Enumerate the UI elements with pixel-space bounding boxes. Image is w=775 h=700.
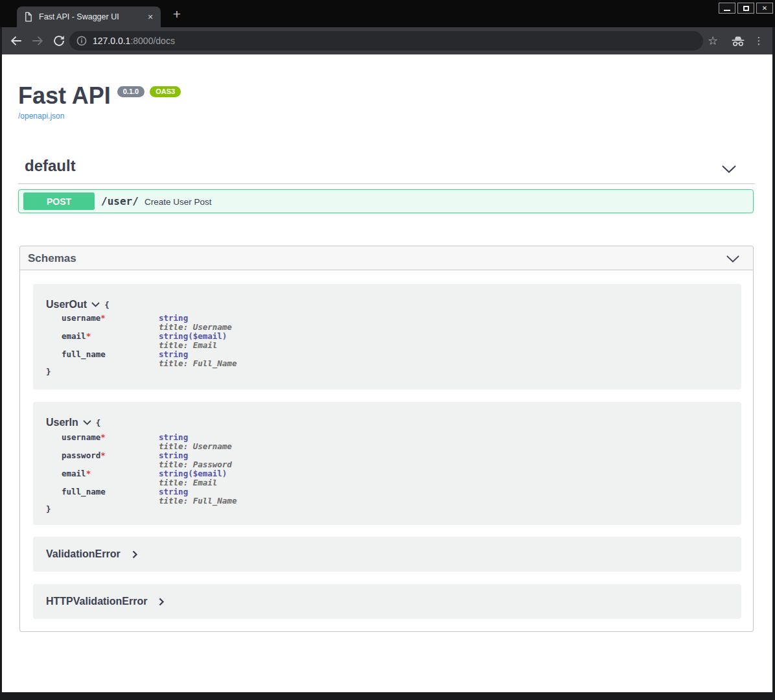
post-method-badge: POST bbox=[23, 192, 95, 210]
model-userin-toggle[interactable]: UserIn { bbox=[46, 417, 100, 428]
property-type: string($email) bbox=[159, 469, 227, 478]
tab-close-icon[interactable]: ✕ bbox=[145, 12, 156, 22]
bookmark-star-icon[interactable]: ☆ bbox=[706, 27, 720, 54]
back-icon[interactable] bbox=[9, 34, 23, 48]
open-brace: { bbox=[104, 300, 110, 310]
new-tab-button[interactable]: + bbox=[168, 6, 185, 23]
operation-summary: Create User Post bbox=[145, 190, 212, 214]
property-type: string bbox=[159, 432, 188, 442]
model-name: HTTPValidationError bbox=[46, 596, 147, 607]
browser-menu-icon[interactable]: ⋮ bbox=[754, 27, 764, 54]
chevron-down-icon bbox=[83, 420, 91, 425]
property-row: username* stringtitle: Username bbox=[62, 314, 237, 332]
property-name: full_name bbox=[62, 350, 159, 368]
property-name: password* bbox=[62, 451, 159, 469]
open-brace: { bbox=[96, 418, 101, 428]
close-brace: } bbox=[46, 504, 51, 514]
property-row: full_name stringtitle: Full_Name bbox=[62, 350, 237, 368]
property-title: title: Username bbox=[159, 322, 232, 332]
schemas-collapse-chevron-down-icon[interactable] bbox=[726, 255, 740, 263]
property-title: title: Full_Name bbox=[159, 358, 237, 368]
required-star: * bbox=[100, 450, 106, 460]
property-type: string bbox=[159, 313, 188, 323]
property-name: email* bbox=[62, 469, 159, 487]
window-controls: ✕ bbox=[719, 3, 773, 14]
property-type: string bbox=[159, 450, 188, 460]
tag-default-heading[interactable]: default bbox=[25, 157, 76, 175]
property-def: stringtitle: Full_Name bbox=[159, 350, 237, 368]
site-info-icon[interactable] bbox=[76, 36, 87, 46]
minimize-button[interactable] bbox=[719, 3, 735, 14]
browser-tab[interactable]: Fast API - Swagger UI ✕ bbox=[17, 6, 161, 27]
schemas-title: Schemas bbox=[28, 246, 76, 270]
required-star: * bbox=[100, 313, 106, 323]
model-userout-toggle[interactable]: UserOut { bbox=[46, 299, 110, 310]
browser-toolbar: 127.0.0.1:8000/docs ☆ ⋮ bbox=[2, 27, 772, 54]
swagger-page: Fast API 0.1.0 OAS3 /openapi.json defaul… bbox=[2, 54, 772, 692]
tab-title: Fast API - Swagger UI bbox=[39, 6, 119, 27]
property-row: email* string($email)title: Email bbox=[62, 469, 237, 487]
property-title: title: Password bbox=[159, 460, 232, 469]
api-title: Fast API bbox=[18, 83, 111, 109]
forward-icon[interactable] bbox=[30, 34, 45, 48]
model-validationerror[interactable]: ValidationError bbox=[33, 537, 741, 572]
property-def: stringtitle: Password bbox=[159, 451, 232, 469]
maximize-button[interactable] bbox=[737, 3, 754, 14]
window-titlebar: Fast API - Swagger UI ✕ + ✕ bbox=[0, 0, 775, 27]
api-badges: 0.1.0 OAS3 bbox=[117, 86, 181, 97]
incognito-icon bbox=[730, 34, 746, 47]
property-title: title: Email bbox=[159, 478, 217, 487]
required-star: * bbox=[86, 331, 91, 341]
post-user-operation[interactable]: POST /user/ Create User Post bbox=[18, 189, 754, 213]
model-properties: username* stringtitle: Username email* s… bbox=[62, 314, 237, 368]
property-row: email* string($email)title: Email bbox=[62, 332, 237, 350]
api-info: Fast API 0.1.0 OAS3 bbox=[18, 83, 181, 109]
property-title: title: Full_Name bbox=[159, 496, 237, 506]
minimize-icon bbox=[724, 10, 730, 11]
url-host: 127.0.0.1 bbox=[93, 36, 130, 46]
property-type: string bbox=[159, 487, 188, 496]
close-brace: } bbox=[46, 367, 51, 377]
reload-icon[interactable] bbox=[52, 34, 65, 47]
property-def: string($email)title: Email bbox=[159, 469, 227, 487]
model-httpvalidationerror[interactable]: HTTPValidationError bbox=[33, 584, 741, 619]
property-row: username* stringtitle: Username bbox=[62, 433, 237, 451]
property-def: string($email)title: Email bbox=[159, 332, 227, 350]
model-validationerror-toggle: ValidationError bbox=[33, 537, 741, 572]
chevron-right-icon bbox=[132, 550, 138, 559]
model-userout: UserOut { username* stringtitle: Usernam… bbox=[33, 284, 741, 390]
property-name: full_name bbox=[62, 487, 159, 506]
schemas-header[interactable]: Schemas bbox=[20, 246, 753, 270]
property-row: password* stringtitle: Password bbox=[62, 451, 237, 469]
model-properties: username* stringtitle: Username password… bbox=[62, 433, 237, 506]
close-button[interactable]: ✕ bbox=[756, 3, 773, 14]
url-text: 127.0.0.1:8000/docs bbox=[93, 31, 175, 51]
version-badge: 0.1.0 bbox=[117, 86, 145, 97]
schemas-section: Schemas UserOut { username* stringtitle:… bbox=[19, 246, 754, 632]
property-def: stringtitle: Username bbox=[159, 433, 232, 451]
property-type: string bbox=[159, 349, 188, 359]
openapi-json-link[interactable]: /openapi.json bbox=[18, 111, 64, 121]
property-def: stringtitle: Username bbox=[159, 314, 232, 332]
required-star: * bbox=[86, 469, 91, 478]
model-name: UserIn bbox=[46, 417, 78, 428]
operation-path: /user/ bbox=[101, 190, 139, 214]
oas3-badge: OAS3 bbox=[150, 86, 181, 97]
model-httpvalidationerror-toggle: HTTPValidationError bbox=[33, 584, 741, 619]
model-name: ValidationError bbox=[46, 548, 121, 560]
property-name: username* bbox=[62, 433, 159, 451]
maximize-icon bbox=[743, 6, 749, 11]
tag-divider bbox=[18, 183, 755, 184]
tag-collapse-chevron-down-icon[interactable] bbox=[721, 165, 737, 174]
chevron-down-icon bbox=[91, 302, 100, 307]
url-path: :8000/docs bbox=[130, 36, 175, 46]
property-title: title: Username bbox=[159, 441, 232, 451]
property-name: username* bbox=[62, 314, 159, 332]
property-row: full_name stringtitle: Full_Name bbox=[62, 487, 237, 506]
page-document-icon bbox=[23, 12, 33, 22]
property-type: string($email) bbox=[159, 331, 227, 341]
chevron-right-icon bbox=[159, 598, 165, 606]
property-name: email* bbox=[62, 332, 159, 350]
property-title: title: Email bbox=[159, 340, 217, 350]
address-bar[interactable]: 127.0.0.1:8000/docs bbox=[69, 31, 703, 51]
